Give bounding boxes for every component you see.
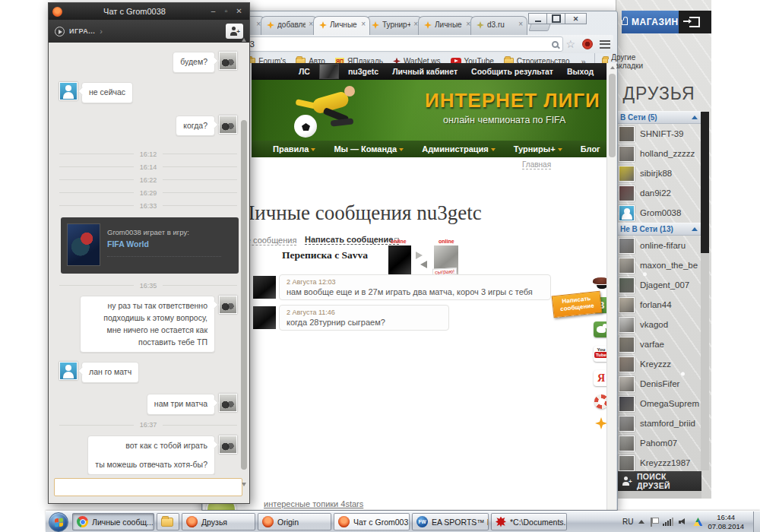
nav-item[interactable]: Мы — Команда <box>334 144 404 154</box>
google-drive-icon[interactable] <box>693 518 702 526</box>
friend-row[interactable]: sibirjk88 <box>616 163 701 183</box>
friends-section-header[interactable]: Не В Сети (13) <box>616 223 701 236</box>
star-icon[interactable] <box>595 417 607 429</box>
chat-scrollbar-thumb[interactable] <box>241 120 247 470</box>
tab-close-icon[interactable]: × <box>361 21 366 28</box>
chat-message-row: лан го матч <box>59 362 237 383</box>
action-center-flag-icon[interactable] <box>650 518 657 527</box>
chat-message-input[interactable] <box>54 478 242 496</box>
friend-row[interactable]: OmegaSuprem <box>616 394 701 413</box>
taskbar-button[interactable]: FWEA SPORTS™ FI... <box>412 513 489 530</box>
search-friends-button[interactable]: + ПОИСК ДРУЗЕЙ <box>616 471 701 491</box>
browser-tab[interactable]: Личные с× <box>313 16 370 35</box>
search-icon[interactable] <box>552 41 559 48</box>
friends-scrollbar-thumb[interactable] <box>701 112 709 253</box>
browser-window-controls <box>529 13 587 24</box>
start-button[interactable] <box>49 512 68 532</box>
nav-item[interactable]: Турниры+ <box>514 144 562 154</box>
top-menu-item[interactable]: Выход <box>567 67 594 76</box>
chat-timestamp: 16:22 <box>59 176 237 184</box>
top-menu-item[interactable]: nu3getc <box>348 67 378 76</box>
friend-row[interactable]: stamford_briid <box>616 413 701 433</box>
browser-tab[interactable]: Турнир+× <box>366 16 423 35</box>
browser-tab[interactable]: d3.ru× <box>470 16 527 35</box>
friend-row[interactable]: forlan44 <box>616 295 701 315</box>
browser-viewport: ЛСnu3getcЛичный кабинетСообщить результа… <box>203 63 616 510</box>
scroll-up-arrow[interactable] <box>607 63 616 72</box>
friend-row[interactable]: Djagent_007 <box>616 275 701 295</box>
minimize-button[interactable] <box>528 13 547 24</box>
collapse-arrow-icon <box>692 227 698 231</box>
chat-close-button[interactable]: ✕ <box>233 4 245 19</box>
top-menu-item[interactable]: Личный кабинет <box>392 67 458 76</box>
chat-maximize-button[interactable]: ▫ <box>220 4 233 19</box>
nav-item[interactable]: Правила <box>273 144 315 154</box>
message-text: не сейчас <box>89 87 125 99</box>
game-title-link[interactable]: FIFA World <box>107 239 221 257</box>
friends-section-header[interactable]: В Сети (5) <box>616 111 701 124</box>
friends-scrollbar[interactable] <box>701 112 709 470</box>
tab-title: Личные с <box>435 21 463 29</box>
friend-row[interactable]: SHNIFT-39 <box>616 124 701 144</box>
close-button[interactable] <box>565 13 587 24</box>
show-desktop-button[interactable] <box>753 511 760 532</box>
chat-scrollbar[interactable] <box>241 47 248 479</box>
topics-link[interactable]: интересные топики 4stars <box>264 499 363 508</box>
chat-scroll-up-arrow[interactable] <box>242 38 246 42</box>
url-input[interactable]: 93 <box>209 36 563 52</box>
extension-icon[interactable] <box>582 39 593 49</box>
friend-row[interactable]: vkagod <box>616 315 701 334</box>
bookmark-star-icon[interactable]: ☆ <box>565 39 575 49</box>
game-label[interactable]: ИГРА... <box>69 27 95 35</box>
nav-item[interactable]: Блог <box>581 144 600 154</box>
chevron-right-icon[interactable]: › <box>100 27 103 36</box>
site-favicon-star-icon <box>477 21 484 29</box>
online-status-label: online <box>439 239 454 244</box>
friend-row[interactable]: Pahom07 <box>616 433 701 453</box>
top-menu-item[interactable]: Сообщить результат <box>471 67 553 76</box>
taskbar-button[interactable]: Origin <box>258 513 331 530</box>
page-scrollbar-thumb[interactable] <box>609 74 616 157</box>
chevron-down-icon <box>399 148 404 151</box>
maximize-button[interactable] <box>546 13 565 24</box>
write-message-link[interactable]: Написать сообщение <box>305 235 399 245</box>
friend-row[interactable]: Kreyzzz <box>616 354 701 374</box>
friend-row[interactable]: online-fifaru <box>616 236 701 255</box>
friend-row[interactable]: holland_zzzzz <box>616 144 701 163</box>
friend-row[interactable]: DenisFifer <box>616 374 701 394</box>
nav-item[interactable]: Администрация <box>422 144 496 154</box>
taskbar-clock[interactable]: 16:44 07.08.2014 <box>708 513 744 531</box>
user-avatar <box>219 52 237 70</box>
taskbar-button[interactable]: Друзья <box>182 513 255 530</box>
friend-row[interactable]: dan9i22 <box>616 183 701 203</box>
chat-titlebar[interactable]: Чат с Grom0038 – ▫ ✕ <box>49 3 249 20</box>
store-button[interactable]: МАГАЗИН <box>622 11 679 33</box>
taskbar-button[interactable]: Личные сообщ... <box>72 513 154 530</box>
page-scrollbar[interactable] <box>606 63 616 510</box>
site-favicon-star-icon <box>372 21 379 29</box>
top-menu-item[interactable]: ЛС <box>299 67 310 76</box>
breadcrumb[interactable]: Главная <box>522 160 551 169</box>
friend-row[interactable]: Grom0038 <box>616 203 701 223</box>
site-top-menu: ЛСnu3getcЛичный кабинетСообщить результа… <box>252 63 609 80</box>
chat-scroll-down-arrow[interactable] <box>242 483 246 486</box>
friend-row[interactable]: varfae <box>616 334 701 354</box>
browser-tab[interactable]: Личные с× <box>418 16 475 35</box>
browser-tab[interactable]: добавле× <box>261 16 318 35</box>
friend-row[interactable]: maxon_the_be <box>616 255 701 275</box>
chat-minimize-button[interactable]: – <box>207 4 220 19</box>
language-indicator[interactable]: RU <box>622 518 633 526</box>
invite-to-game-button[interactable]: + <box>226 24 243 39</box>
taskbar-button[interactable] <box>157 513 179 530</box>
taskbar-button[interactable]: Чат с Grom003... <box>334 513 410 530</box>
menu-icon[interactable] <box>600 40 610 49</box>
friend-avatar <box>59 82 78 100</box>
logout-button[interactable] <box>679 11 711 33</box>
volume-icon[interactable] <box>679 518 688 526</box>
hidden-icons-arrow[interactable] <box>638 520 644 524</box>
tab-close-icon[interactable]: × <box>518 21 523 28</box>
friend-avatar <box>619 455 635 471</box>
taskbar-button[interactable]: *C:\Documents... <box>491 513 567 530</box>
friend-row[interactable]: Kreyzzz1987 <box>616 453 701 473</box>
network-signal-icon[interactable] <box>663 518 673 526</box>
